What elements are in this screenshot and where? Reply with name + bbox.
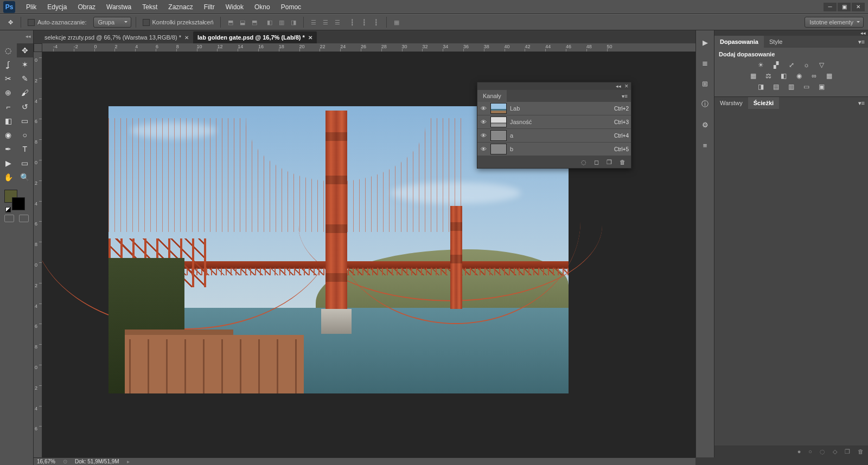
- info-panel-icon[interactable]: ⓘ: [700, 99, 711, 109]
- color-lookup-icon[interactable]: ▦: [824, 72, 835, 80]
- menu-file[interactable]: Plik: [21, 1, 42, 14]
- auto-align-icon[interactable]: ▦: [391, 17, 402, 28]
- channel-mixer-icon[interactable]: ∞: [809, 72, 820, 80]
- tool-brush[interactable]: 🖌: [17, 86, 34, 100]
- tool-stamp[interactable]: ⌐: [0, 100, 17, 114]
- paths-tab[interactable]: Ścieżki: [748, 97, 779, 109]
- distribute-left-icon[interactable]: ┇: [347, 17, 358, 28]
- window-close-button[interactable]: ✕: [852, 3, 865, 11]
- adjustments-tab[interactable]: Dopasowania: [714, 36, 764, 48]
- panel-collapse-icon[interactable]: ◂◂: [616, 83, 621, 89]
- distribute-vcenter-icon[interactable]: ☰: [320, 17, 331, 28]
- channels-panel[interactable]: ◂◂ ✕ Kanały ▾≡ 👁LabCtrl+2👁JasnośćCtrl+3👁…: [477, 82, 631, 169]
- tool-shape[interactable]: ▭: [17, 156, 34, 170]
- panel-menu-icon[interactable]: ▾≡: [618, 93, 631, 99]
- visibility-icon[interactable]: 👁: [480, 145, 487, 153]
- visibility-icon[interactable]: 👁: [480, 132, 487, 139]
- move-tool-icon[interactable]: ✥: [4, 16, 16, 28]
- panel-menu-icon[interactable]: ▾≡: [855, 100, 868, 107]
- exposure-icon[interactable]: ☼: [801, 61, 812, 69]
- threshold-icon[interactable]: ▥: [786, 82, 797, 91]
- align-right-icon[interactable]: ◨: [288, 17, 299, 28]
- distribute-bottom-icon[interactable]: ☰: [332, 17, 343, 28]
- tool-magic-wand[interactable]: ✶: [17, 57, 34, 72]
- transform-controls-checkbox[interactable]: Kontrolki przekształceń: [141, 19, 216, 26]
- distribute-hcenter-icon[interactable]: ┇: [359, 17, 370, 28]
- channel-row[interactable]: 👁aCtrl+4: [477, 129, 631, 143]
- ruler-vertical[interactable]: 0246802468024680246: [34, 52, 42, 457]
- tool-zoom[interactable]: 🔍: [17, 170, 34, 184]
- ruler-origin[interactable]: [34, 43, 42, 52]
- load-selection-icon[interactable]: ◌: [581, 159, 586, 166]
- panel-header[interactable]: ◂◂ ✕: [477, 82, 631, 90]
- brightness-contrast-icon[interactable]: ☀: [756, 61, 767, 69]
- auto-select-mode-dropdown[interactable]: Grupa: [93, 17, 131, 28]
- invert-icon[interactable]: ◨: [756, 82, 767, 91]
- menu-select[interactable]: Zaznacz: [163, 1, 198, 14]
- quickmask-standard-icon[interactable]: [4, 215, 14, 222]
- history-panel-icon[interactable]: ▶: [700, 37, 711, 48]
- close-tab-icon[interactable]: ✕: [308, 35, 312, 41]
- new-channel-icon[interactable]: ❐: [607, 159, 612, 166]
- panel-close-icon[interactable]: ✕: [624, 83, 629, 89]
- tool-path-select[interactable]: ▶: [0, 156, 17, 170]
- channel-row[interactable]: 👁JasnośćCtrl+3: [477, 115, 631, 129]
- tool-pen[interactable]: ✒: [0, 142, 17, 156]
- status-flyout-icon[interactable]: ▸: [127, 458, 130, 464]
- menu-layer[interactable]: Warstwa: [101, 1, 137, 14]
- menu-image[interactable]: Obraz: [72, 1, 101, 14]
- save-selection-icon[interactable]: ◻: [594, 159, 599, 166]
- align-hcenter-icon[interactable]: ▥: [276, 17, 287, 28]
- app-logo[interactable]: Ps: [3, 1, 15, 13]
- character-panel-icon[interactable]: ⚙: [700, 119, 711, 130]
- distribute-right-icon[interactable]: ┇: [371, 17, 382, 28]
- align-vcenter-icon[interactable]: ⬓: [237, 17, 248, 28]
- new-path-icon[interactable]: ❐: [845, 448, 850, 455]
- window-minimize-button[interactable]: ─: [824, 3, 837, 11]
- distribute-top-icon[interactable]: ☰: [308, 17, 319, 28]
- close-tab-icon[interactable]: ✕: [184, 35, 189, 41]
- visibility-icon[interactable]: 👁: [480, 105, 487, 112]
- background-color-swatch[interactable]: [12, 197, 25, 210]
- curves-icon[interactable]: ⤢: [786, 61, 797, 69]
- channel-row[interactable]: 👁bCtrl+5: [477, 143, 631, 156]
- stroke-path-icon[interactable]: ○: [808, 448, 812, 455]
- tool-marquee[interactable]: ◌: [0, 43, 17, 57]
- document-size[interactable]: Dok: 51,9M/51,9M: [75, 458, 119, 464]
- tool-blur[interactable]: ◉: [0, 128, 17, 142]
- screenmode-icon[interactable]: [19, 215, 29, 222]
- document-tab[interactable]: selekcje zrzuty.psd @ 66,7% (Warstwa 13,…: [40, 31, 193, 43]
- default-colors-icon[interactable]: [5, 207, 11, 212]
- panel-menu-icon[interactable]: ▾≡: [855, 38, 868, 46]
- tool-crop[interactable]: ✂: [0, 72, 17, 86]
- delete-path-icon[interactable]: 🗑: [858, 448, 864, 455]
- window-maximize-button[interactable]: ▣: [838, 3, 851, 11]
- properties-panel-icon[interactable]: ⊞: [700, 78, 711, 89]
- visibility-icon[interactable]: 👁: [480, 118, 487, 126]
- tool-text[interactable]: T: [17, 142, 34, 156]
- posterize-icon[interactable]: ▤: [771, 82, 782, 91]
- workspace-dropdown[interactable]: Istotne elementy: [805, 17, 864, 28]
- auto-select-checkbox[interactable]: Auto-zaznaczanie:: [25, 19, 89, 26]
- color-balance-icon[interactable]: ⚖: [763, 72, 774, 80]
- tool-eraser[interactable]: ◧: [0, 114, 17, 128]
- gradient-map-icon[interactable]: ▭: [801, 82, 812, 91]
- make-path-icon[interactable]: ◇: [833, 448, 837, 455]
- align-top-icon[interactable]: ⬒: [225, 17, 236, 28]
- load-path-icon[interactable]: ◌: [820, 448, 825, 455]
- tool-healing[interactable]: ⊕: [0, 86, 17, 100]
- toolbox-collapse-icon[interactable]: ◂◂: [25, 34, 31, 39]
- tool-lasso[interactable]: ʆ: [0, 57, 17, 72]
- align-left-icon[interactable]: ◧: [264, 17, 275, 28]
- menu-text[interactable]: Tekst: [137, 1, 163, 14]
- fill-path-icon[interactable]: ●: [797, 448, 801, 455]
- menu-view[interactable]: Widok: [220, 1, 249, 14]
- paragraph-panel-icon[interactable]: ≡: [700, 140, 711, 151]
- channels-tab[interactable]: Kanały: [477, 90, 507, 102]
- hue-sat-icon[interactable]: ▦: [748, 72, 759, 80]
- photo-filter-icon[interactable]: ◉: [794, 72, 805, 80]
- menu-window[interactable]: Okno: [249, 1, 276, 14]
- levels-icon[interactable]: ▞: [771, 61, 782, 69]
- vibrance-icon[interactable]: ▽: [816, 61, 827, 69]
- canvas[interactable]: ◂◂ ✕ Kanały ▾≡ 👁LabCtrl+2👁JasnośćCtrl+3👁…: [42, 52, 695, 457]
